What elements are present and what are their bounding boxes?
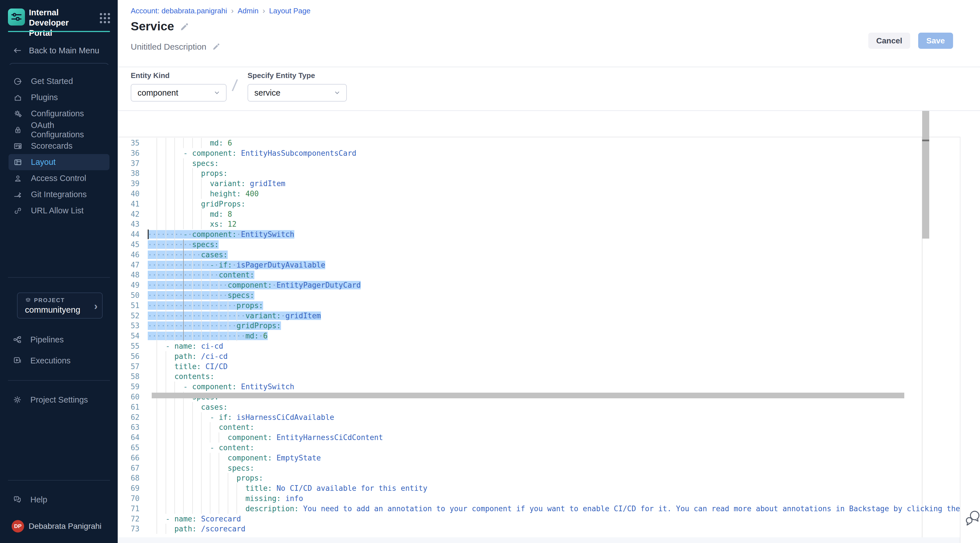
line-number: 51 — [118, 301, 140, 311]
page-bottom-strip — [118, 537, 960, 543]
breadcrumb-item[interactable]: Layout Page — [269, 6, 310, 15]
code-line[interactable]: 45··········specs: — [118, 239, 960, 250]
project-selector[interactable]: PROJECT communityeng › — [17, 293, 103, 318]
line-number: 57 — [118, 361, 140, 372]
code-line[interactable]: 57 title: CI/CD — [118, 361, 960, 372]
code-line[interactable]: 61 cases: — [118, 402, 960, 412]
sidebar-item-url-allow-list[interactable]: URL Allow List — [8, 202, 110, 219]
page-description: Unititled Description — [131, 42, 207, 52]
code-line[interactable]: 54······················md:·6 — [118, 331, 960, 341]
code-line[interactable]: 39 variant: gridItem — [118, 178, 960, 189]
user-menu[interactable]: DP Debabrata Panigrahi — [8, 517, 110, 536]
code-line[interactable]: 51····················props: — [118, 301, 960, 311]
line-number: 62 — [118, 412, 140, 422]
line-number: 66 — [118, 453, 140, 463]
project-nav: PipelinesExecutions — [8, 329, 110, 371]
code-line[interactable]: 49··················component:·EntityPag… — [118, 280, 960, 290]
sidebar-item-executions[interactable]: Executions — [8, 350, 110, 371]
sidebar-item-oauth-configurations[interactable]: OAuth Configurations — [8, 122, 110, 138]
editor-vertical-scrollbar[interactable] — [922, 111, 929, 239]
sidebar-item-label: URL Allow List — [31, 206, 84, 215]
code-line[interactable]: 63 content: — [118, 422, 960, 432]
code-line[interactable]: 66 component: EmptyState — [118, 453, 960, 463]
code-line[interactable]: 35 md: 6 — [118, 138, 960, 148]
sidebar-item-configurations[interactable]: Configurations — [8, 105, 110, 122]
code-line[interactable]: 68 props: — [118, 473, 960, 483]
line-number: 53 — [118, 320, 140, 331]
scrollbar-selection-mark — [922, 140, 929, 141]
chevron-down-icon — [213, 89, 221, 97]
code-line[interactable]: 40 height: 400 — [118, 189, 960, 199]
code-line[interactable]: 72 - name: Scorecard — [118, 514, 960, 524]
line-number: 70 — [118, 494, 140, 503]
sidebar-item-plugins[interactable]: Plugins — [8, 89, 110, 105]
sidebar-item-git-integrations[interactable]: Git Integrations — [8, 186, 110, 202]
line-number: 35 — [118, 138, 140, 148]
code-line[interactable]: 41 gridProps: — [118, 199, 960, 209]
sidebar-item-access-control[interactable]: Access Control — [8, 170, 110, 186]
code-line[interactable]: 71 description: You need to add an annot… — [118, 503, 960, 514]
back-to-main-menu[interactable]: Back to Main Menu — [8, 43, 110, 59]
code-line[interactable]: 52······················variant:·gridIte… — [118, 311, 960, 321]
sidebar-item-label: Configurations — [31, 109, 84, 118]
code-line[interactable]: 43 xs: 12 — [118, 219, 960, 229]
sidebar-header: Internal Developer Portal — [8, 7, 110, 38]
edit-description-pencil-icon[interactable] — [213, 42, 222, 51]
sidebar-item-label: Project Settings — [30, 395, 88, 404]
code-line[interactable]: 58 contents: — [118, 371, 960, 382]
sidebar-item-label: Get Started — [31, 76, 73, 86]
entity-type-select[interactable]: service — [248, 84, 347, 102]
code-line[interactable]: 56 path: /ci-cd — [118, 351, 960, 361]
edit-title-pencil-icon[interactable] — [180, 22, 189, 31]
sidebar-item-scorecards[interactable]: Scorecards — [8, 138, 110, 154]
code-line[interactable]: 70 missing: info — [118, 494, 960, 503]
code-line[interactable]: 53····················gridProps: — [118, 320, 960, 331]
cancel-button[interactable]: Cancel — [868, 33, 910, 49]
code-line[interactable]: 37 specs: — [118, 158, 960, 169]
sidebar-item-get-started[interactable]: Get Started — [8, 73, 110, 89]
breadcrumb-item[interactable]: Account: debabrata.panigrahi — [131, 6, 227, 15]
sidebar-item-layout[interactable]: Layout — [8, 154, 110, 170]
editor-horizontal-scrollbar[interactable] — [152, 393, 904, 398]
sidebar-item-label: Layout — [31, 158, 56, 167]
entity-kind-select[interactable]: component — [131, 84, 227, 102]
code-line[interactable]: 48················content: — [118, 270, 960, 280]
code-line[interactable]: 67 specs: — [118, 463, 960, 473]
app-grid-icon[interactable] — [100, 13, 110, 23]
svg-text:?: ? — [16, 497, 17, 500]
code-line[interactable]: 46············cases: — [118, 250, 960, 260]
code-line[interactable]: 73 path: /scorecard — [118, 524, 960, 534]
code-line[interactable]: 69 title: No CI/CD available for this en… — [118, 483, 960, 494]
breadcrumb: Account: debabrata.panigrahi›Admin›Layou… — [131, 6, 310, 15]
line-number: 68 — [118, 473, 140, 483]
save-button[interactable]: Save — [918, 33, 953, 49]
code-line[interactable]: 38 props: — [118, 168, 960, 178]
yaml-editor[interactable]: 35 md: 636 - component: EntityHasSubcomp… — [118, 137, 960, 537]
sidebar-item-pipelines[interactable]: Pipelines — [8, 329, 110, 350]
code-line[interactable]: 65 - content: — [118, 443, 960, 453]
code-line[interactable]: 42 md: 8 — [118, 209, 960, 219]
entity-type-label: Specify Entity Type — [248, 71, 347, 80]
code-line[interactable]: 64 component: EntityHarnessCiCdContent — [118, 432, 960, 443]
page-title: Service — [131, 19, 174, 33]
code-line[interactable]: 62 - if: isHarnessCiCdAvailable — [118, 412, 960, 422]
sidebar-item-project-settings[interactable]: Project Settings — [8, 389, 110, 410]
line-number: 54 — [118, 331, 140, 341]
line-number: 67 — [118, 463, 140, 473]
sidebar-item-label: Plugins — [31, 93, 58, 102]
code-line[interactable]: 55 - name: ci-cd — [118, 341, 960, 351]
code-line[interactable]: 36 - component: EntityHasSubcomponentsCa… — [118, 148, 960, 158]
url-icon — [13, 206, 22, 215]
code-line[interactable]: 47··············-·if:·isPagerDutyAvailab… — [118, 260, 960, 270]
sidebar-item-help[interactable]: ?Help — [8, 489, 110, 510]
harness-idp-logo[interactable] — [8, 8, 25, 25]
code-line[interactable]: 59 - component: EntitySwitch — [118, 382, 960, 392]
code-line[interactable]: 50··················specs: — [118, 290, 960, 301]
user-name: Debabrata Panigrahi — [29, 522, 102, 531]
breadcrumb-item[interactable]: Admin — [238, 6, 259, 15]
settings-icon — [13, 395, 22, 404]
code-line[interactable]: 44········-·component:·EntitySwitch — [118, 229, 960, 239]
divider — [8, 380, 110, 381]
support-chat-icon[interactable] — [964, 509, 980, 527]
page-header: Account: debabrata.panigrahi›Admin›Layou… — [118, 0, 980, 67]
